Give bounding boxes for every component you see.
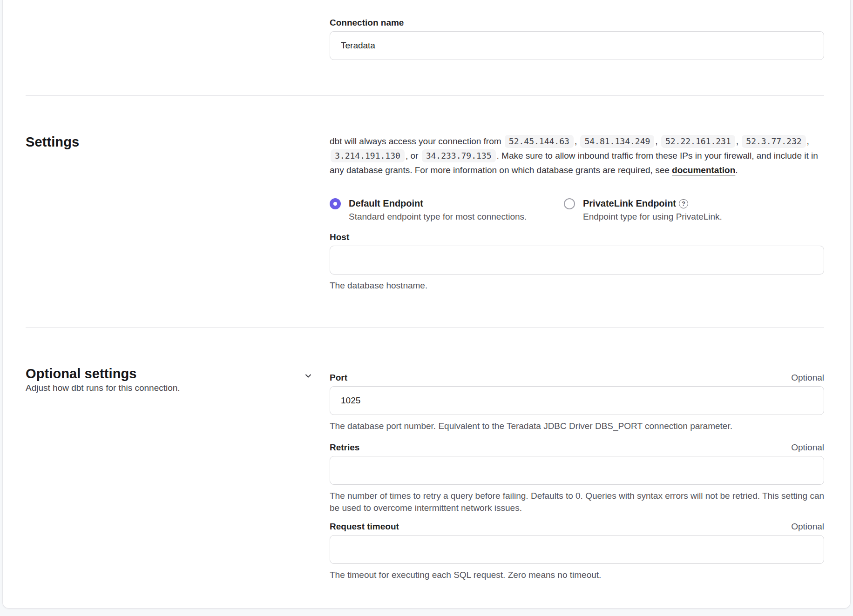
ip-address-pill: 52.22.161.231	[661, 135, 735, 148]
connection-name-input[interactable]	[330, 31, 824, 60]
collapse-section-button[interactable]	[303, 370, 314, 382]
ip-address-pill: 3.214.191.130	[331, 149, 405, 162]
request-timeout-input[interactable]	[330, 535, 824, 564]
connection-name-label: Connection name	[330, 18, 824, 28]
port-help-text: The database port number. Equivalent to …	[330, 420, 824, 432]
ip-address-pill: 52.3.77.232	[742, 135, 806, 148]
default-endpoint-label: Default Endpoint	[349, 198, 527, 209]
endpoint-option-default[interactable]: Default Endpoint Standard endpoint type …	[330, 198, 564, 223]
default-endpoint-description: Standard endpoint type for most connecti…	[349, 211, 527, 223]
retries-input[interactable]	[330, 456, 824, 485]
host-input[interactable]	[330, 246, 824, 275]
endpoint-option-privatelink[interactable]: PrivateLink Endpoint? Endpoint type for …	[564, 198, 824, 223]
privatelink-endpoint-description: Endpoint type for using PrivateLink.	[583, 211, 722, 223]
connection-name-section: Connection name	[3, 0, 850, 60]
settings-section: Settings dbt will always access your con…	[3, 96, 850, 292]
optional-settings-title: Optional settings	[26, 366, 180, 382]
retries-field-group: Retries Optional The number of times to …	[330, 442, 824, 514]
default-endpoint-radio[interactable]	[330, 198, 341, 209]
optional-settings-section: Optional settings Adjust how dbt runs fo…	[3, 328, 850, 581]
optional-badge: Optional	[791, 442, 824, 453]
ip-address-pill: 34.233.79.135	[422, 149, 496, 162]
help-icon[interactable]: ?	[679, 199, 688, 208]
host-help-text: The database hostname.	[330, 280, 824, 292]
left-spacer	[26, 18, 330, 60]
settings-section-title: Settings	[26, 134, 330, 150]
request-timeout-help-text: The timeout for executing each SQL reque…	[330, 569, 824, 581]
host-field-group: Host The database hostname.	[330, 232, 824, 292]
request-timeout-label: Request timeout	[330, 522, 399, 532]
privatelink-endpoint-label: PrivateLink Endpoint?	[583, 198, 722, 209]
ip-address-pill: 54.81.134.249	[580, 135, 654, 148]
host-label: Host	[330, 232, 824, 242]
port-label: Port	[330, 373, 347, 383]
port-input[interactable]	[330, 386, 824, 415]
retries-help-text: The number of times to retry a query bef…	[330, 490, 824, 514]
optional-badge: Optional	[791, 522, 824, 532]
endpoint-type-options: Default Endpoint Standard endpoint type …	[330, 198, 824, 223]
port-field-group: Port Optional The database port number. …	[330, 373, 824, 432]
ip-notice: dbt will always access your connection f…	[330, 134, 824, 177]
retries-label: Retries	[330, 442, 359, 453]
privatelink-endpoint-radio[interactable]	[564, 198, 575, 209]
ip-address-pill: 52.45.144.63	[505, 135, 574, 148]
optional-badge: Optional	[791, 373, 824, 383]
connection-settings-card: Connection name Settings dbt will always…	[2, 0, 851, 609]
chevron-down-icon	[304, 375, 313, 382]
documentation-link[interactable]: documentation	[672, 165, 735, 175]
optional-settings-subtitle: Adjust how dbt runs for this connection.	[26, 382, 180, 394]
request-timeout-field-group: Request timeout Optional The timeout for…	[330, 522, 824, 581]
